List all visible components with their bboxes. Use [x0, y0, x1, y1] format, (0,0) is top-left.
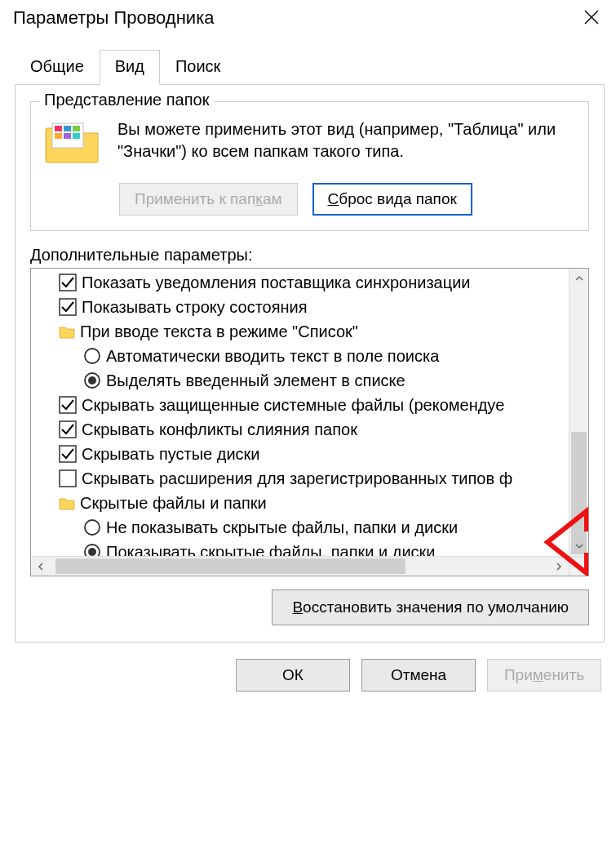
- list-item[interactable]: Скрывать конфликты слияния папок: [31, 417, 588, 442]
- list-item-label: Показывать скрытые файлы, папки и диски: [106, 540, 435, 556]
- list-item-label: Не показывать скрытые файлы, папки и дис…: [106, 515, 458, 540]
- svg-rect-17: [60, 470, 76, 487]
- tab-search[interactable]: Поиск: [160, 50, 236, 85]
- svg-rect-4: [64, 126, 71, 131]
- reset-folders-button[interactable]: Сброс вида папок: [312, 183, 472, 216]
- svg-rect-6: [55, 133, 62, 139]
- scroll-right-arrow-icon[interactable]: [549, 557, 569, 576]
- scrollbar-corner: [569, 556, 588, 576]
- checkbox-icon[interactable]: [59, 469, 77, 487]
- list-item-label: Скрывать расширения для зарегистрированн…: [82, 466, 512, 491]
- vertical-scrollbar[interactable]: [569, 269, 588, 556]
- folder-with-thumbnails-icon: [44, 118, 101, 168]
- title-bar: Параметры Проводника: [0, 0, 616, 34]
- list-item-label: Показать уведомления поставщика синхрони…: [82, 270, 471, 295]
- list-item-label: Скрывать защищенные системные файлы (рек…: [82, 393, 504, 417]
- scroll-left-arrow-icon[interactable]: [31, 557, 51, 576]
- cancel-button[interactable]: Отмена: [361, 659, 476, 692]
- radio-icon[interactable]: [83, 543, 101, 556]
- horizontal-scrollbar[interactable]: [31, 556, 569, 576]
- list-item[interactable]: Скрывать расширения для зарегистрированн…: [31, 466, 588, 491]
- folder-icon: [59, 496, 75, 510]
- tree-group: При вводе текста в режиме "Список": [31, 319, 588, 344]
- list-item-label: Выделять введенный элемент в списке: [106, 368, 405, 393]
- tab-strip: Общие Вид Поиск: [15, 49, 605, 85]
- list-item[interactable]: Выделять введенный элемент в списке: [31, 368, 588, 393]
- apply-button: Применить: [487, 659, 601, 692]
- list-item-label: Показывать строку состояния: [82, 295, 308, 319]
- svg-point-20: [88, 548, 96, 556]
- svg-rect-5: [73, 126, 80, 131]
- checkbox-icon[interactable]: [59, 396, 77, 414]
- folder-views-description: Вы можете применить этот вид (например, …: [117, 118, 575, 168]
- radio-icon[interactable]: [83, 518, 101, 536]
- tree-group: Скрытые файлы и папки: [31, 491, 588, 515]
- svg-point-13: [88, 376, 96, 385]
- list-item-label: Скрывать конфликты слияния папок: [82, 417, 357, 442]
- close-button[interactable]: [578, 7, 605, 29]
- svg-rect-8: [73, 133, 80, 139]
- tab-content: Представление папок Вы можете применить …: [15, 85, 605, 643]
- advanced-settings-label: Дополнительные параметры:: [30, 246, 589, 265]
- dialog-footer: ОК Отмена Применить: [0, 651, 616, 692]
- list-item[interactable]: Показывать скрытые файлы, папки и диски: [31, 540, 588, 556]
- folder-icon: [59, 324, 75, 339]
- apply-to-folders-button: Применить к папкам: [119, 183, 298, 216]
- list-item[interactable]: Не показывать скрытые файлы, папки и дис…: [31, 515, 588, 540]
- close-icon: [583, 9, 600, 25]
- scroll-up-arrow-icon[interactable]: [569, 269, 588, 288]
- checkbox-icon[interactable]: [59, 274, 77, 291]
- folder-views-legend: Представление папок: [39, 91, 214, 109]
- list-item[interactable]: Автоматически вводить текст в поле поиск…: [31, 344, 588, 368]
- radio-icon[interactable]: [83, 371, 101, 389]
- svg-point-18: [85, 520, 100, 535]
- svg-rect-7: [64, 133, 71, 139]
- folder-views-group: Представление папок Вы можете применить …: [30, 101, 589, 231]
- radio-icon[interactable]: [83, 347, 101, 365]
- list-item-label: Скрытые файлы и папки: [80, 491, 267, 515]
- restore-defaults-button[interactable]: Восстановить значения по умолчанию: [272, 589, 589, 625]
- list-item-label: При вводе текста в режиме "Список": [80, 319, 358, 344]
- list-item[interactable]: Скрывать защищенные системные файлы (рек…: [31, 393, 588, 417]
- scroll-down-arrow-icon[interactable]: [569, 536, 588, 556]
- svg-point-11: [85, 349, 100, 363]
- horizontal-scroll-thumb[interactable]: [55, 558, 405, 574]
- list-item[interactable]: Показывать строку состояния: [31, 295, 588, 319]
- ok-button[interactable]: ОК: [236, 659, 350, 692]
- checkbox-icon[interactable]: [59, 420, 77, 438]
- list-item-label: Автоматически вводить текст в поле поиск…: [106, 344, 439, 368]
- list-item[interactable]: Показать уведомления поставщика синхрони…: [31, 270, 588, 295]
- tab-general[interactable]: Общие: [15, 50, 100, 85]
- checkbox-icon[interactable]: [59, 445, 77, 463]
- svg-rect-3: [55, 126, 62, 131]
- tab-view[interactable]: Вид: [100, 50, 160, 85]
- checkbox-icon[interactable]: [59, 298, 77, 316]
- list-item-label: Скрывать пустые диски: [82, 442, 260, 466]
- list-item[interactable]: Скрывать пустые диски: [31, 442, 588, 466]
- window-title: Параметры Проводника: [13, 7, 214, 29]
- advanced-settings-list[interactable]: Показать уведомления поставщика синхрони…: [30, 268, 589, 576]
